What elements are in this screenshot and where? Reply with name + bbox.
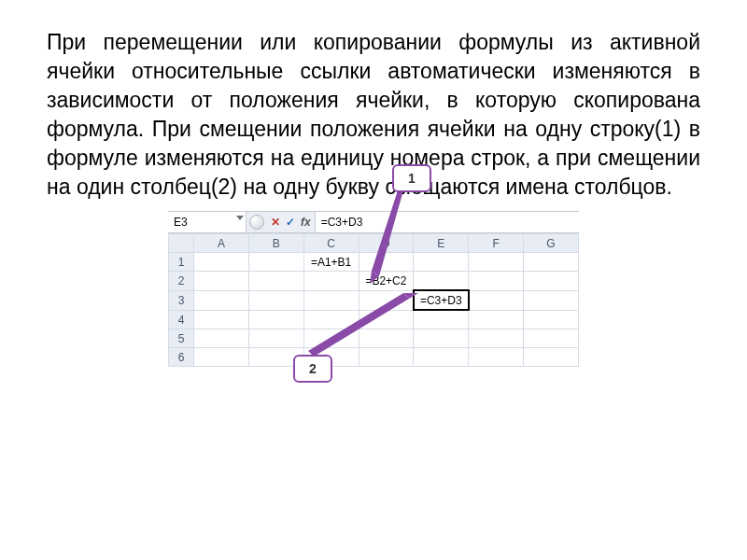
cell[interactable]: [194, 348, 249, 367]
cell[interactable]: [414, 329, 469, 348]
cell[interactable]: [194, 253, 249, 272]
cell[interactable]: [194, 310, 249, 329]
callout-2: 2: [293, 355, 332, 383]
row-header[interactable]: 1: [169, 253, 194, 272]
cell[interactable]: [414, 348, 469, 367]
cell[interactable]: [248, 272, 303, 291]
column-header[interactable]: G: [524, 234, 579, 253]
expand-icon: [249, 215, 264, 230]
cell[interactable]: [469, 290, 524, 310]
column-header[interactable]: B: [248, 234, 303, 253]
cell[interactable]: [524, 329, 579, 348]
cell[interactable]: [469, 348, 524, 367]
name-box-value: E3: [174, 216, 188, 229]
callout-2-label: 2: [293, 355, 332, 383]
cell[interactable]: [469, 272, 524, 291]
cell[interactable]: [414, 272, 469, 291]
formula-input-value: =C3+D3: [321, 216, 363, 229]
cell[interactable]: =C3+D3: [414, 290, 469, 310]
cell[interactable]: [194, 290, 249, 310]
cell[interactable]: =A1+B1: [303, 253, 359, 272]
row-header[interactable]: 4: [169, 310, 194, 329]
cell[interactable]: [194, 272, 249, 291]
row-header[interactable]: 3: [169, 290, 194, 310]
cancel-icon[interactable]: ✕: [271, 216, 280, 229]
cell[interactable]: [469, 329, 524, 348]
cell[interactable]: [524, 290, 579, 310]
formula-input[interactable]: =C3+D3: [315, 212, 579, 232]
fx-icon[interactable]: fx: [301, 216, 311, 229]
column-header[interactable]: C: [303, 234, 359, 253]
row-header[interactable]: 5: [169, 329, 194, 348]
cell[interactable]: [414, 310, 469, 329]
spreadsheet-illustration: 1 2 E3 ✕ ✓ fx: [168, 211, 579, 367]
corner-cell[interactable]: [169, 234, 194, 253]
cell[interactable]: [248, 310, 303, 329]
cell[interactable]: [303, 272, 359, 291]
cell[interactable]: [248, 329, 303, 348]
svg-marker-0: [372, 190, 403, 276]
cell[interactable]: [248, 253, 303, 272]
row-header[interactable]: 6: [169, 348, 194, 367]
cell[interactable]: [194, 329, 249, 348]
cell[interactable]: [524, 272, 579, 291]
column-header[interactable]: A: [194, 234, 249, 253]
accept-icon[interactable]: ✓: [286, 216, 295, 229]
cell[interactable]: [524, 348, 579, 367]
cell[interactable]: [248, 290, 303, 310]
formula-bar-buttons: ✕ ✓ fx: [267, 212, 315, 232]
cell[interactable]: [414, 253, 469, 272]
callout-1-label: 1: [392, 164, 431, 192]
chevron-down-icon: [236, 216, 244, 220]
callout-1: 1: [392, 164, 431, 192]
column-header[interactable]: F: [469, 234, 524, 253]
svg-marker-2: [308, 293, 409, 357]
body-paragraph: При перемещении или копировании формулы …: [47, 28, 700, 202]
cell[interactable]: [469, 253, 524, 272]
name-box[interactable]: E3: [168, 212, 247, 232]
column-header[interactable]: E: [414, 234, 469, 253]
cell[interactable]: [469, 310, 524, 329]
cell[interactable]: [524, 253, 579, 272]
row-header[interactable]: 2: [169, 272, 194, 291]
cell[interactable]: [524, 310, 579, 329]
